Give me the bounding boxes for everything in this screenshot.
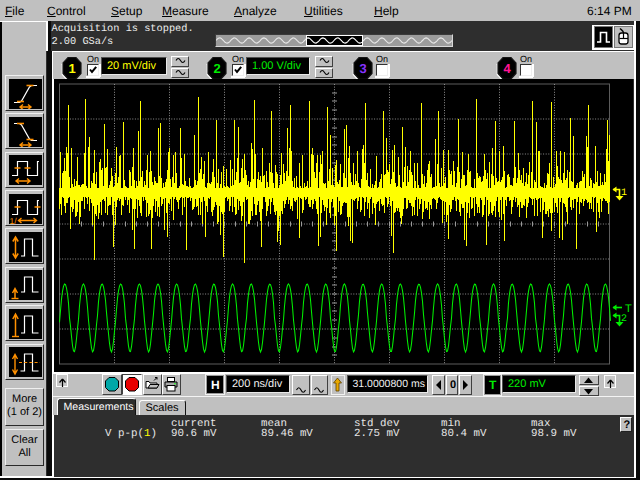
svg-text:1/: 1/ bbox=[9, 216, 17, 224]
svg-text:3: 3 bbox=[360, 61, 367, 76]
svg-text:4: 4 bbox=[504, 61, 512, 76]
svg-text:1: 1 bbox=[69, 61, 76, 76]
svg-text:2: 2 bbox=[621, 314, 627, 325]
svg-text:2: 2 bbox=[214, 61, 221, 76]
svg-text:1: 1 bbox=[621, 188, 627, 199]
